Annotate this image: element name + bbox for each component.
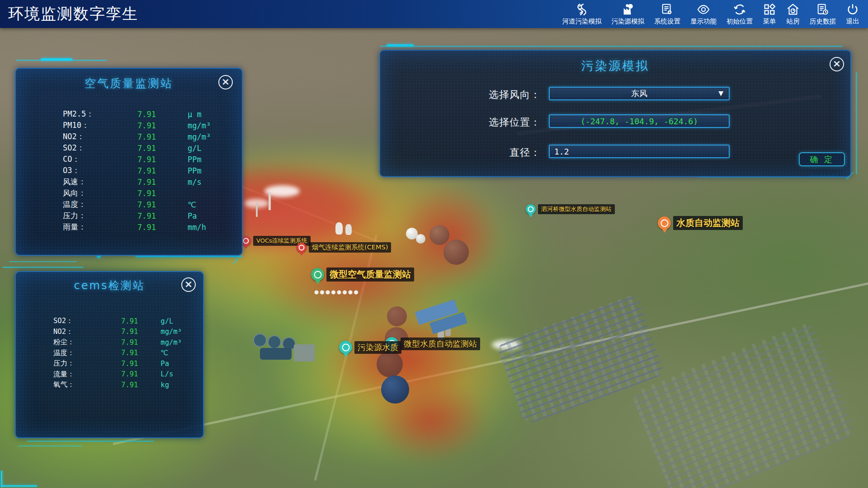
hud-line xyxy=(27,441,154,442)
wind-direction-select[interactable]: 东风 ▼ xyxy=(549,87,730,100)
metric-label: 风速： xyxy=(63,177,124,187)
storage-sphere xyxy=(377,351,403,377)
nav-label: 历史数据 xyxy=(810,17,836,26)
metric-row: 压力： 7.91 Pa xyxy=(16,358,203,369)
panel-title: 污染源模拟 xyxy=(380,58,850,74)
map-marker-cems-flue-gas[interactable]: 烟气连续监测系统(CEMS) xyxy=(297,242,391,253)
app-root: VOCs连续监测系统 烟气连续监测系统(CEMS) 微型空气质量监测站 泗河桥微… xyxy=(0,0,868,488)
metric-unit: mg/m³ xyxy=(160,328,203,336)
monitor-pin-icon xyxy=(297,243,307,253)
nav-item-station-house[interactable]: 站房 xyxy=(781,2,805,27)
metric-row: 氧气： 7.91 kg xyxy=(16,380,203,390)
confirm-button[interactable]: 确 定 xyxy=(799,152,845,166)
nav-item-history-data[interactable]: 历史数据 xyxy=(805,2,841,27)
metric-row: 温度： 7.91 ℃ xyxy=(16,348,203,359)
reset-position-icon xyxy=(733,3,746,16)
chimney xyxy=(269,192,271,210)
monitor-pin-icon xyxy=(526,204,536,214)
metric-row: SO2： 7.91 g/L xyxy=(16,316,203,327)
nav-label: 初始位置 xyxy=(726,17,753,26)
eye-icon xyxy=(697,3,710,16)
metric-row: SO2： 7.91 g/L xyxy=(16,142,242,154)
hud-line xyxy=(387,44,414,47)
map-marker-micro-air-quality[interactable]: 微型空气质量监测站 xyxy=(311,267,414,282)
metric-label: 粉尘： xyxy=(53,338,104,347)
treatment-pool xyxy=(253,333,267,347)
metric-value: 7.91 xyxy=(124,155,156,164)
metric-row: 温度： 7.91 ℃ xyxy=(16,199,242,210)
map-marker-water-quality[interactable]: 水质自动监测站 xyxy=(658,216,743,230)
top-nav: 河道污染模拟 污染源模拟 系统设置 显示功能 初始位置 菜单 xyxy=(557,0,865,28)
storage-sphere xyxy=(387,306,407,326)
hud-corner xyxy=(1,485,37,487)
metric-row: 流量： 7.91 L/s xyxy=(16,369,203,380)
metric-label: 氧气： xyxy=(53,380,104,389)
metric-unit: g/L xyxy=(160,317,203,325)
metric-value: 7.91 xyxy=(104,338,138,347)
nav-item-exit[interactable]: 退出 xyxy=(841,2,864,27)
marker-label: 微型空气质量监测站 xyxy=(326,267,414,282)
nav-item-reset-position[interactable]: 初始位置 xyxy=(722,2,758,27)
marker-label: 烟气连续监测系统(CEMS) xyxy=(309,242,391,253)
metric-row: NO2： 7.91 mg/m³ xyxy=(16,327,203,338)
metric-label: 流量： xyxy=(53,370,104,379)
close-icon[interactable] xyxy=(218,75,233,89)
marker-label: 微型水质自动监测站 xyxy=(401,338,480,350)
metric-label: 压力： xyxy=(53,359,104,368)
station-house-icon xyxy=(786,3,800,16)
nav-label: 系统设置 xyxy=(654,17,680,26)
storage-tank xyxy=(416,234,425,244)
nav-label: 菜单 xyxy=(763,17,776,26)
metric-value: 7.91 xyxy=(104,370,138,378)
metric-unit: ℃ xyxy=(160,349,203,357)
history-data-icon xyxy=(816,3,830,16)
metric-value: 7.91 xyxy=(124,200,156,209)
marker-label: 污染源水质 xyxy=(354,341,401,354)
map-marker-pollution-source-water[interactable]: 污染源水质 xyxy=(339,341,401,354)
metric-label: SO2： xyxy=(63,143,124,153)
wind-direction-label: 选择风向： xyxy=(455,88,541,102)
metric-value: 7.91 xyxy=(104,317,138,325)
metric-value: 7.91 xyxy=(104,360,138,368)
top-bar: 环境监测数字孪生 河道污染模拟 污染源模拟 系统设置 显示功能 初始位置 xyxy=(0,0,868,28)
diameter-input[interactable] xyxy=(549,145,730,158)
air-quality-rows: PM2.5： 7.91 μ m PM10： 7.91 mg/m³ NO2： 7.… xyxy=(16,108,242,233)
close-icon[interactable] xyxy=(830,57,844,71)
wind-direction-value: 东风 xyxy=(631,88,647,99)
monitor-pin-icon xyxy=(339,341,352,354)
metric-value: 7.91 xyxy=(104,381,138,389)
system-settings-icon xyxy=(660,3,674,16)
menu-icon xyxy=(763,3,776,16)
marker-label: 水质自动监测站 xyxy=(673,216,743,230)
storage-sphere xyxy=(429,225,449,245)
chevron-down-icon: ▼ xyxy=(718,89,723,97)
hud-line xyxy=(856,72,857,174)
metric-value: 7.91 xyxy=(104,328,138,336)
metric-row: PM2.5： 7.91 μ m xyxy=(16,108,242,120)
plant-building xyxy=(294,344,315,361)
storage-sphere xyxy=(443,239,469,265)
app-title: 环境监测数字孪生 xyxy=(8,0,138,28)
metric-label: SO2： xyxy=(53,316,104,326)
metric-unit: Pa xyxy=(188,211,237,221)
metric-unit: mm/h xyxy=(188,223,237,232)
metric-value: 7.91 xyxy=(104,349,138,357)
metric-row: 压力： 7.91 Pa xyxy=(16,210,242,221)
position-field[interactable]: (-247.8, -104.9, -624.6) xyxy=(549,114,730,128)
metric-unit: PPm xyxy=(188,155,237,164)
nav-label: 污染源模拟 xyxy=(612,17,645,26)
close-icon[interactable] xyxy=(181,277,196,292)
nav-item-river-pollution-sim[interactable]: 河道污染模拟 xyxy=(557,2,607,27)
hud-line xyxy=(9,261,77,262)
metric-row: NO2： 7.91 mg/m³ xyxy=(16,131,242,142)
nav-item-pollution-source-sim[interactable]: 污染源模拟 xyxy=(607,2,650,27)
nav-item-display-toggle[interactable]: 显示功能 xyxy=(685,2,722,27)
nav-item-system-settings[interactable]: 系统设置 xyxy=(649,2,685,27)
nav-item-menu[interactable]: 菜单 xyxy=(758,2,781,27)
metric-row: O3： 7.91 PPm xyxy=(16,165,242,176)
metric-value: 7.91 xyxy=(124,211,156,221)
treatment-pool xyxy=(268,335,281,349)
map-marker-sihe-bridge-water[interactable]: 泗河桥微型水质自动监测站 xyxy=(526,204,615,214)
cooling-tower xyxy=(335,222,343,235)
marker-label: 泗河桥微型水质自动监测站 xyxy=(538,204,615,214)
